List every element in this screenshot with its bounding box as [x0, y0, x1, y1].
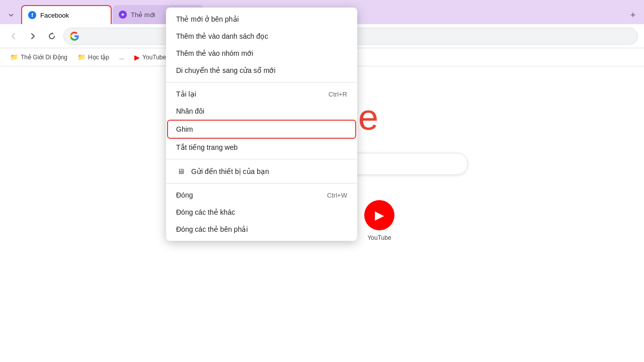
menu-new-tab-right-label: Thẻ mới ở bên phải — [176, 15, 239, 23]
bookmark-youtube[interactable]: ▶ YouTube — [130, 51, 170, 63]
forward-button[interactable] — [25, 29, 40, 44]
menu-pin[interactable]: Ghim — [168, 121, 355, 138]
folder-icon-2: 📁 — [77, 53, 86, 61]
back-button[interactable] — [6, 29, 21, 44]
logo-e: e — [358, 97, 377, 137]
bookmark-the-gioi[interactable]: 📁 Thẻ Giới Di Động — [6, 51, 71, 63]
menu-separator-2 — [166, 159, 357, 159]
menu-close-label: Đóng — [176, 191, 193, 199]
bookmark-hoc-tap-label: Học tập — [88, 54, 109, 61]
menu-new-tab-right[interactable]: Thẻ mới ở bên phải — [166, 11, 357, 28]
facebook-favicon: f — [28, 11, 36, 19]
menu-mute-label: Tắt tiếng trang web — [176, 143, 237, 151]
menu-close-right-label: Đóng các thẻ bên phải — [176, 225, 248, 233]
facebook-tab-title: Facebook — [40, 12, 105, 19]
menu-send-device-label: Gửi đến thiết bị của bạn — [191, 167, 269, 175]
menu-reload-shortcut: Ctrl+R — [329, 90, 347, 98]
menu-close[interactable]: Đóng Ctrl+W — [166, 187, 357, 204]
youtube-icon: ▶ — [134, 53, 140, 61]
menu-move-new-window-label: Di chuyển thẻ sang cửa sổ mới — [176, 66, 276, 74]
menu-close-others-label: Đóng các thẻ khác — [176, 208, 235, 216]
google-logo-small — [70, 32, 79, 41]
shortcut-youtube[interactable]: ▶ YouTube — [364, 200, 394, 241]
menu-mute[interactable]: Tắt tiếng trang web — [166, 139, 357, 156]
menu-duplicate-label: Nhân đôi — [176, 107, 204, 115]
menu-add-new-group-label: Thêm thẻ vào nhóm mới — [176, 49, 253, 57]
tab-list-button[interactable] — [4, 8, 18, 22]
folder-icon: 📁 — [10, 53, 18, 61]
facebook-tab[interactable]: f Facebook — [21, 5, 112, 24]
more-dots-label: ... — [119, 54, 124, 61]
menu-close-shortcut: Ctrl+W — [327, 192, 347, 199]
menu-move-new-window[interactable]: Di chuyển thẻ sang cửa sổ mới — [166, 62, 357, 79]
svg-marker-1 — [52, 32, 54, 34]
menu-close-right[interactable]: Đóng các thẻ bên phải — [166, 221, 357, 238]
menu-separator-1 — [166, 82, 357, 82]
bookmark-more[interactable]: ... — [115, 52, 128, 63]
menu-add-read-list[interactable]: Thêm thẻ vào danh sách đọc — [166, 28, 357, 45]
new-tab-button[interactable]: + — [626, 8, 640, 22]
browser-window: f Facebook Thẻ mới ✕ + — [0, 0, 644, 362]
menu-pin-label: Ghim — [176, 125, 193, 133]
menu-reload-label: Tải lại — [176, 90, 196, 98]
menu-duplicate[interactable]: Nhân đôi — [166, 103, 357, 120]
shortcut-youtube-label: YouTube — [367, 234, 391, 241]
menu-close-others[interactable]: Đóng các thẻ khác — [166, 204, 357, 221]
bookmark-youtube-label: YouTube — [142, 54, 166, 61]
menu-separator-3 — [166, 183, 357, 184]
newtab-favicon — [119, 11, 127, 19]
menu-send-device[interactable]: 🖥 Gửi đến thiết bị của bạn — [166, 162, 357, 180]
reload-button[interactable] — [44, 29, 59, 44]
menu-add-new-group[interactable]: Thêm thẻ vào nhóm mới — [166, 45, 357, 62]
bookmark-label: Thẻ Giới Di Động — [21, 54, 67, 61]
menu-add-read-list-label: Thêm thẻ vào danh sách đọc — [176, 32, 268, 40]
shortcut-youtube-icon: ▶ — [364, 200, 394, 230]
context-menu: Thẻ mới ở bên phải Thêm thẻ vào danh sác… — [166, 8, 357, 241]
send-device-icon: 🖥 — [176, 167, 185, 175]
menu-reload[interactable]: Tải lại Ctrl+R — [166, 85, 357, 103]
bookmark-hoc-tap[interactable]: 📁 Học tập — [73, 51, 113, 63]
